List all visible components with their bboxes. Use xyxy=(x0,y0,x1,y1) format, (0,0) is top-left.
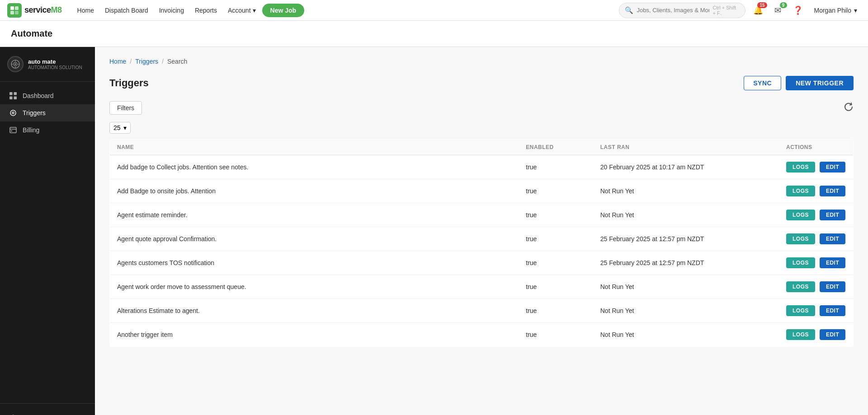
trigger-enabled: true xyxy=(519,251,593,275)
billing-icon xyxy=(9,126,17,134)
trigger-enabled: true xyxy=(519,179,593,203)
trigger-enabled: true xyxy=(519,227,593,251)
svg-rect-19 xyxy=(11,131,12,131)
logo-icon xyxy=(7,3,22,18)
edit-button[interactable]: EDIT xyxy=(820,329,845,340)
sidebar-item-dashboard[interactable]: Dashboard xyxy=(0,87,95,104)
svg-rect-0 xyxy=(10,6,14,10)
breadcrumb-home[interactable]: Home xyxy=(109,58,126,65)
sidebar: auto mate AUTOMATION SOLUTION Dashboard xyxy=(0,47,95,415)
table-row: Agents customers TOS notification true 2… xyxy=(110,251,854,275)
edit-button[interactable]: EDIT xyxy=(820,233,845,244)
edit-button[interactable]: EDIT xyxy=(820,257,845,268)
trigger-last-ran: Not Run Yet xyxy=(593,323,779,347)
logs-button[interactable]: LOGS xyxy=(786,233,815,244)
new-job-button[interactable]: New Job xyxy=(262,4,305,17)
breadcrumb-separator: / xyxy=(162,58,164,65)
table-header: NAME ENABLED LAST RAN ACTIONS xyxy=(110,140,854,155)
section-title: Triggers xyxy=(109,77,149,89)
sidebar-item-billing[interactable]: Billing xyxy=(0,121,95,139)
trigger-name: Add badge to Collect jobs. Attention see… xyxy=(110,155,519,179)
logs-button[interactable]: LOGS xyxy=(786,281,815,292)
messages-button[interactable]: ✉ 9 xyxy=(771,3,785,18)
sidebar-item-triggers[interactable]: Triggers xyxy=(0,104,95,121)
filters-button[interactable]: Filters xyxy=(109,101,142,115)
page-title: Automate xyxy=(11,28,52,39)
user-menu[interactable]: Morgan Philo ▾ xyxy=(811,5,861,16)
edit-button[interactable]: EDIT xyxy=(820,162,845,173)
triggers-icon xyxy=(9,109,17,117)
nav-invoicing[interactable]: Invoicing xyxy=(155,4,189,17)
trigger-actions: LOGS EDIT xyxy=(779,323,854,347)
trigger-actions: LOGS EDIT xyxy=(779,251,854,275)
svg-rect-17 xyxy=(10,127,16,133)
edit-button[interactable]: EDIT xyxy=(820,210,845,220)
sidebar-item-label: Triggers xyxy=(23,109,46,117)
sidebar-bottom: Settings Version: ‹ xyxy=(0,403,95,415)
logs-button[interactable]: LOGS xyxy=(786,186,815,196)
edit-button[interactable]: EDIT xyxy=(820,186,845,196)
svg-rect-12 xyxy=(14,92,17,95)
sidebar-logo-area: auto mate AUTOMATION SOLUTION xyxy=(0,47,95,82)
sidebar-item-settings[interactable]: Settings xyxy=(0,409,95,415)
search-input[interactable] xyxy=(637,7,709,14)
main-content: Home / Triggers / Search Triggers SYNC N… xyxy=(95,47,868,415)
new-trigger-button[interactable]: NEW TRIGGER xyxy=(786,76,854,90)
breadcrumb-current: Search xyxy=(167,58,187,65)
logs-button[interactable]: LOGS xyxy=(786,329,815,340)
trigger-name: Agent estimate reminder. xyxy=(110,203,519,227)
sidebar-brand-name: auto mate xyxy=(28,58,82,65)
nav-home[interactable]: Home xyxy=(73,4,99,17)
nav-account[interactable]: Account ▾ xyxy=(223,4,260,17)
logs-button[interactable]: LOGS xyxy=(786,257,815,268)
nav-dispatch-board[interactable]: Dispatch Board xyxy=(100,4,153,17)
page-size-select[interactable]: 25 ▾ xyxy=(109,122,131,134)
svg-rect-3 xyxy=(15,11,19,14)
chevron-down-icon: ▾ xyxy=(253,7,256,14)
trigger-enabled: true xyxy=(519,275,593,299)
column-header-actions: ACTIONS xyxy=(779,140,854,155)
page-size-row: 25 ▾ xyxy=(109,122,854,134)
logs-button[interactable]: LOGS xyxy=(786,162,815,173)
notifications-button[interactable]: 🔔 15 xyxy=(751,3,765,18)
table-row: Agent work order move to assessment queu… xyxy=(110,275,854,299)
edit-button[interactable]: EDIT xyxy=(820,281,845,292)
trigger-actions: LOGS EDIT xyxy=(779,155,854,179)
sidebar-item-label: Dashboard xyxy=(23,92,54,99)
trigger-last-ran: Not Run Yet xyxy=(593,275,779,299)
table-controls: Filters xyxy=(109,101,854,115)
dashboard-icon xyxy=(9,92,17,100)
trigger-actions: LOGS EDIT xyxy=(779,299,854,323)
column-header-enabled: ENABLED xyxy=(519,140,593,155)
question-icon: ❓ xyxy=(793,5,803,15)
breadcrumb-triggers[interactable]: Triggers xyxy=(135,58,158,65)
logs-button[interactable]: LOGS xyxy=(786,305,815,316)
edit-button[interactable]: EDIT xyxy=(820,305,845,316)
trigger-name: Agent work order move to assessment queu… xyxy=(110,275,519,299)
svg-rect-2 xyxy=(10,11,14,14)
logo[interactable]: serviceM8 xyxy=(7,3,62,18)
svg-point-16 xyxy=(12,112,14,114)
sidebar-brand-sub: AUTOMATION SOLUTION xyxy=(28,65,82,70)
search-bar[interactable]: 🔍 Ctrl + Shift + F.. xyxy=(619,3,745,18)
trigger-name: Another trigger item xyxy=(110,323,519,347)
sync-button[interactable]: SYNC xyxy=(744,76,781,90)
logs-button[interactable]: LOGS xyxy=(786,210,815,220)
trigger-last-ran: Not Run Yet xyxy=(593,203,779,227)
column-header-name: NAME xyxy=(110,140,519,155)
refresh-icon[interactable] xyxy=(844,102,854,114)
svg-rect-14 xyxy=(14,97,17,100)
nav-links: Home Dispatch Board Invoicing Reports Ac… xyxy=(73,4,608,17)
nav-reports[interactable]: Reports xyxy=(190,4,222,17)
trigger-actions: LOGS EDIT xyxy=(779,227,854,251)
trigger-actions: LOGS EDIT xyxy=(779,203,854,227)
trigger-last-ran: Not Run Yet xyxy=(593,299,779,323)
table-row: Add badge to Collect jobs. Attention see… xyxy=(110,155,854,179)
trigger-name: Agents customers TOS notification xyxy=(110,251,519,275)
section-header: Triggers SYNC NEW TRIGGER xyxy=(109,76,854,90)
table-row: Agent estimate reminder. true Not Run Ye… xyxy=(110,203,854,227)
section-actions: SYNC NEW TRIGGER xyxy=(744,76,854,90)
svg-rect-11 xyxy=(9,92,13,95)
trigger-last-ran: 25 February 2025 at 12:57 pm NZDT xyxy=(593,227,779,251)
help-button[interactable]: ❓ xyxy=(791,3,805,18)
